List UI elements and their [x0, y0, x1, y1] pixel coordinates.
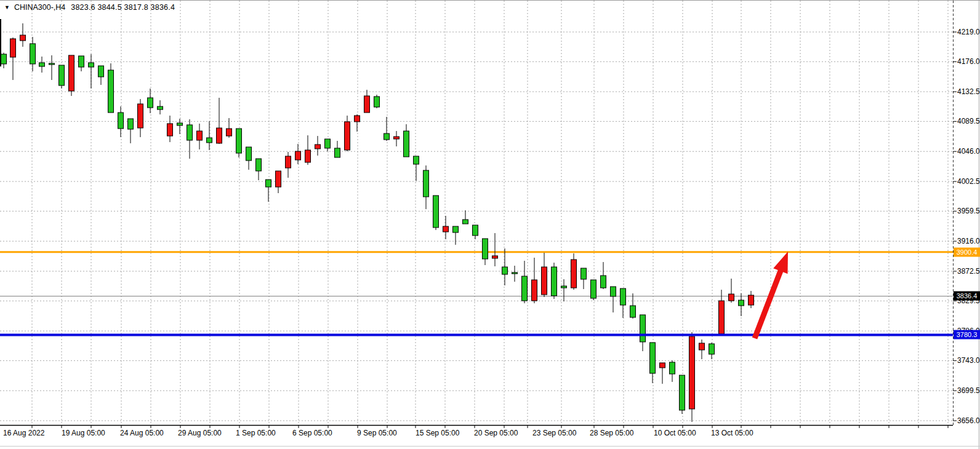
candle-up — [59, 65, 65, 85]
candle-up — [709, 344, 715, 354]
candle-up — [650, 343, 656, 373]
candle-up — [256, 159, 262, 171]
candle-up — [640, 315, 646, 342]
candle-down — [286, 156, 291, 168]
time-axis-label: 9 Sep 05:00 — [357, 429, 397, 437]
candle-up — [177, 123, 183, 125]
resistance-line-price-tag: 3900.4 — [954, 247, 980, 256]
candle-down — [364, 96, 370, 113]
time-axis-label: 24 Aug 05:00 — [120, 429, 164, 437]
candle-down — [295, 151, 301, 160]
candle-up — [680, 375, 685, 410]
breakout-arrow-shaft[interactable] — [755, 268, 782, 338]
candle-up — [473, 225, 478, 236]
time-axis-label: 20 Sep 05:00 — [474, 429, 518, 437]
candle-up — [89, 63, 94, 67]
price-axis-label: 4132.5 — [957, 87, 980, 96]
candle-up — [128, 119, 134, 129]
candle-up — [236, 129, 242, 153]
candle-down — [69, 55, 74, 91]
candle-up — [512, 272, 518, 274]
candle-down — [197, 131, 203, 140]
candle-up — [424, 170, 429, 197]
time-axis-label: 13 Oct 05:00 — [711, 429, 753, 437]
last-price-line-price-tag: 3836.4 — [954, 292, 980, 301]
candle-up — [79, 56, 84, 67]
candle-up — [207, 138, 212, 143]
candle-down — [10, 39, 16, 57]
candle-up — [1, 54, 7, 64]
candle-down — [227, 129, 232, 136]
candle-down — [443, 226, 449, 232]
candle-up — [453, 226, 459, 232]
price-axis-label: 4046.0 — [957, 147, 980, 156]
time-axis-label: 1 Sep 05:00 — [236, 429, 276, 437]
symbol-dropdown-icon[interactable]: ▼ — [4, 4, 10, 11]
time-axis-label: 16 Aug 2022 — [3, 429, 44, 437]
candle-down — [492, 256, 498, 258]
candle-up — [148, 98, 153, 108]
candlestick-chart[interactable] — [0, 1, 980, 449]
breakout-arrow-head[interactable] — [773, 252, 788, 274]
time-axis-label: 6 Sep 05:00 — [292, 429, 332, 437]
candle-up — [591, 280, 596, 298]
candle-down — [699, 343, 705, 350]
candle-up — [39, 63, 45, 66]
candle-down — [660, 363, 665, 368]
candle-down — [542, 267, 547, 295]
price-axis-label: 3872.5 — [957, 267, 980, 276]
candle-up — [670, 362, 675, 374]
candle-up — [601, 276, 606, 288]
candle-up — [502, 267, 508, 274]
price-axis-label: 3959.5 — [957, 207, 980, 215]
time-axis-label: 29 Aug 05:00 — [178, 429, 222, 437]
candle-up — [483, 239, 488, 259]
price-axis-label: 3656.0 — [957, 416, 980, 425]
candle-up — [552, 267, 557, 296]
candle-up — [266, 180, 271, 187]
candle-down — [217, 128, 222, 143]
candle-up — [414, 156, 419, 164]
candle-up — [246, 147, 252, 161]
time-axis-label: 28 Sep 05:00 — [590, 429, 633, 437]
candle-up — [108, 70, 114, 113]
candle-up — [630, 306, 636, 317]
candle-up — [433, 196, 439, 228]
chart-header: ▼ CHINA300-,H4 3823.6 3844.5 3817.8 3836… — [4, 3, 175, 12]
support-line-price-tag: 3780.3 — [954, 330, 980, 340]
time-axis-label: 19 Aug 05:00 — [62, 429, 105, 437]
price-axis-label: 4089.5 — [957, 117, 980, 125]
candle-up — [30, 44, 36, 64]
mt4-chart-window: ▼ CHINA300-,H4 3823.6 3844.5 3817.8 3836… — [0, 0, 980, 449]
candle-down — [305, 150, 311, 162]
candle-up — [374, 97, 380, 107]
candle-up — [621, 288, 626, 305]
candle-up — [49, 63, 55, 65]
candle-down — [20, 35, 26, 41]
price-axis-label: 4219.0 — [957, 28, 980, 36]
candle-up — [561, 286, 567, 288]
ohlc-values: 3823.6 3844.5 3817.8 3836.4 — [71, 3, 175, 12]
candle-up — [325, 139, 331, 148]
price-axis-label: 3916.0 — [957, 237, 980, 245]
candle-down — [138, 104, 143, 128]
candle-up — [611, 287, 616, 296]
candle-up — [187, 125, 193, 140]
bottom-separator — [0, 446, 980, 447]
candle-up — [522, 276, 528, 301]
candle-up — [581, 268, 587, 279]
candle-down — [345, 122, 350, 150]
candle-up — [384, 133, 390, 140]
candle-down — [571, 260, 577, 288]
candle-up — [335, 148, 340, 157]
candle-up — [98, 66, 104, 77]
candle-down — [749, 295, 754, 305]
price-axis-label: 3699.5 — [957, 386, 980, 395]
candle-down — [532, 280, 537, 301]
candle-down — [355, 116, 360, 122]
price-axis-label: 4176.0 — [957, 57, 980, 66]
time-axis-label: 15 Sep 05:00 — [416, 429, 459, 437]
candle-down — [394, 137, 400, 139]
symbol-timeframe-label: CHINA300-,H4 — [14, 3, 65, 12]
candle-down — [729, 294, 734, 301]
